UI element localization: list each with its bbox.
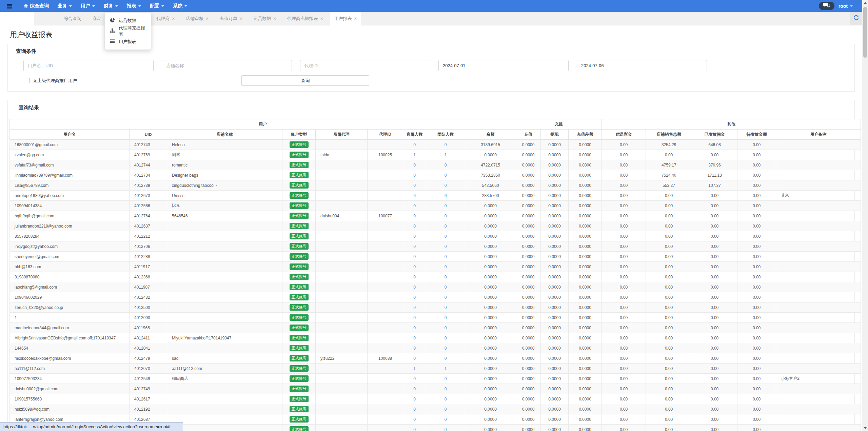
nav-menu-item-user[interactable]: 用户 xyxy=(76,0,99,12)
nav-menu-item-home-query[interactable]: 综合查询 xyxy=(19,0,53,12)
dropdown-item-agent-recharge-report[interactable]: 代理商充提报表 xyxy=(105,26,151,36)
date-from-input[interactable] xyxy=(438,60,569,71)
scroll-up-arrow-icon[interactable] xyxy=(862,0,868,6)
cell-direct-count[interactable]: 0 xyxy=(403,292,426,302)
cell-team-count[interactable]: 0 xyxy=(426,414,465,425)
cell-team-count[interactable]: 0 xyxy=(426,140,465,150)
tab-close-icon[interactable]: × xyxy=(172,16,175,21)
cell-direct-count[interactable]: 0 xyxy=(403,425,426,431)
chat-button[interactable] xyxy=(819,2,834,10)
cell-direct-count[interactable]: 0 xyxy=(403,374,426,384)
cell-direct-count[interactable]: 0 xyxy=(403,241,426,252)
tab-close-icon[interactable]: × xyxy=(320,16,323,21)
cell-direct-count[interactable]: 0 xyxy=(403,231,426,241)
nav-menu-item-config[interactable]: 配置 xyxy=(145,0,169,12)
cell-team-count[interactable]: 6 xyxy=(426,191,465,201)
scroll-down-arrow-icon[interactable] xyxy=(862,425,868,431)
tab-close-icon[interactable]: × xyxy=(206,16,209,21)
nav-menu-item-finance[interactable]: 财务 xyxy=(99,0,122,12)
cell-direct-count[interactable]: 0 xyxy=(403,313,426,323)
search-button[interactable]: 查询 xyxy=(241,75,369,86)
cell-team-count[interactable]: 0 xyxy=(426,211,465,221)
tab-agent[interactable]: 代理商× xyxy=(157,12,175,25)
cell-team-count[interactable]: 0 xyxy=(426,323,465,333)
date-to-input[interactable] xyxy=(577,60,707,71)
cell-direct-count[interactable]: 0 xyxy=(403,282,426,292)
hamburger-menu-icon[interactable] xyxy=(7,4,12,8)
nav-menu-item-report[interactable]: 报表 xyxy=(122,0,145,12)
nav-menu-item-business[interactable]: 业务 xyxy=(53,0,76,12)
cell-direct-count[interactable]: 0 xyxy=(403,343,426,353)
cell-direct-count[interactable]: 0 xyxy=(403,333,426,343)
cell-team-count[interactable]: 0 xyxy=(426,302,465,313)
cell-direct-count[interactable]: 1 xyxy=(403,150,426,160)
cell-team-count[interactable]: 0 xyxy=(426,384,465,394)
tab-recharge-order[interactable]: 充值订单× xyxy=(220,12,242,25)
cell-direct-count[interactable]: 1 xyxy=(403,364,426,374)
cell-shop-name xyxy=(167,302,282,313)
cell-direct-count[interactable]: 0 xyxy=(403,170,426,180)
cell-direct-count[interactable]: 6 xyxy=(403,191,426,201)
cell-team-count[interactable]: 0 xyxy=(426,404,465,414)
cell-team-count[interactable]: 0 xyxy=(426,333,465,343)
cell-team-count[interactable]: 0 xyxy=(426,353,465,364)
cell-direct-count[interactable]: 0 xyxy=(403,272,426,282)
cell-direct-count[interactable]: 0 xyxy=(403,180,426,191)
cell-team-count[interactable]: 0 xyxy=(426,170,465,180)
cell-team-count[interactable]: 0 xyxy=(426,160,465,170)
tab-operation-data[interactable]: 运营数据× xyxy=(253,12,276,25)
cell-team-count[interactable]: 0 xyxy=(426,272,465,282)
status-bar-link-tooltip: https://tiktok.....w.top/admin/normal/Lo… xyxy=(0,422,183,431)
cell-team-count[interactable]: 0 xyxy=(426,262,465,272)
tab-home-query[interactable]: 综合查询 xyxy=(64,12,81,25)
cell-team-count[interactable]: 1 xyxy=(426,364,465,374)
cell-direct-count[interactable]: 0 xyxy=(403,160,426,170)
tab-close-icon[interactable]: × xyxy=(354,16,357,21)
cell-team-count[interactable]: 0 xyxy=(426,425,465,431)
cell-team-count[interactable]: 0 xyxy=(426,394,465,404)
shop-name-input[interactable] xyxy=(162,60,292,71)
tab-user-report[interactable]: 用户报表× xyxy=(330,12,361,25)
cell-agent-id xyxy=(368,404,403,414)
cell-team-count[interactable]: 0 xyxy=(426,180,465,191)
cell-direct-count[interactable]: 0 xyxy=(403,414,426,425)
cell-direct-count[interactable]: 0 xyxy=(403,384,426,394)
cell-direct-count[interactable]: 0 xyxy=(403,252,426,262)
dropdown-item-operation-data[interactable]: 运营数据 xyxy=(105,15,151,26)
cell-team-count[interactable]: 0 xyxy=(426,292,465,302)
cell-direct-count[interactable]: 0 xyxy=(403,404,426,414)
cell-team-count[interactable]: 0 xyxy=(426,313,465,323)
cell-team-count[interactable]: 0 xyxy=(426,221,465,231)
cell-direct-count[interactable]: 0 xyxy=(403,221,426,231)
agent-id-input[interactable] xyxy=(300,60,430,71)
cell-direct-count[interactable]: 0 xyxy=(403,140,426,150)
cell-team-count[interactable]: 0 xyxy=(426,343,465,353)
cell-team-count[interactable]: 0 xyxy=(426,252,465,262)
cell-team-count[interactable]: 0 xyxy=(426,282,465,292)
tab-shop-audit[interactable]: 店铺审核× xyxy=(186,12,209,25)
cell-direct-count[interactable]: 0 xyxy=(403,262,426,272)
cell-team-count[interactable]: 0 xyxy=(426,201,465,211)
cell-team-count[interactable]: 0 xyxy=(426,241,465,252)
no-upper-agent-checkbox[interactable] xyxy=(25,78,30,83)
dropdown-item-user-report[interactable]: 用户报表 xyxy=(105,36,151,47)
tab-agent-recharge-report[interactable]: 代理商充提报表× xyxy=(287,12,323,25)
nav-menu-item-system[interactable]: 系统 xyxy=(169,0,192,12)
username-uid-input[interactable] xyxy=(23,60,154,71)
cell-direct-count[interactable]: 0 xyxy=(403,302,426,313)
cell-direct-count[interactable]: 0 xyxy=(403,353,426,364)
refresh-button[interactable] xyxy=(850,12,862,25)
vertical-scrollbar[interactable] xyxy=(862,0,868,431)
user-menu[interactable]: root xyxy=(839,3,853,9)
cell-shop-sales: 0.00 xyxy=(646,201,692,211)
cell-team-count[interactable]: 1 xyxy=(426,150,465,160)
cell-team-count[interactable]: 0 xyxy=(426,374,465,384)
cell-team-count[interactable]: 0 xyxy=(426,231,465,241)
cell-direct-count[interactable]: 0 xyxy=(403,323,426,333)
cell-direct-count[interactable]: 0 xyxy=(403,211,426,221)
cell-direct-count[interactable]: 0 xyxy=(403,394,426,404)
tab-close-icon[interactable]: × xyxy=(240,16,242,21)
scrollbar-thumb[interactable] xyxy=(863,7,867,58)
tab-close-icon[interactable]: × xyxy=(273,16,276,21)
cell-direct-count[interactable]: 0 xyxy=(403,201,426,211)
